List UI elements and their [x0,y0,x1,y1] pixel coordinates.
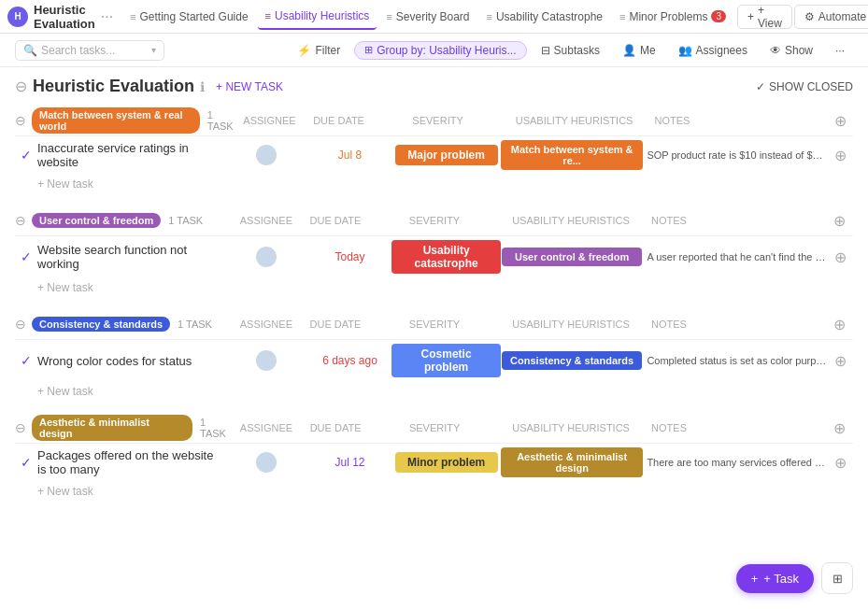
avatar [256,452,277,473]
group-collapse-match[interactable]: ⊖ [15,113,26,128]
task-assignee [224,145,308,165]
task-due-date: Jul 8 [308,149,392,162]
search-box[interactable]: 🔍 Search tasks... ▾ [15,40,164,61]
group-badge-match: Match between system & real world [32,107,200,134]
tab-icon-minor: ≡ [619,11,625,22]
automate-button[interactable]: ⚙ Automate ▾ [794,5,868,29]
add-view-button[interactable]: + + View [737,5,792,29]
group-header-aesthetic: ⊖ Aesthetic & minimalist design 1 TASK A… [15,409,853,443]
bottom-bar: + + Task ⊞ [736,562,853,594]
task-due-date: 6 days ago [308,354,392,367]
page-title: Heuristic Evaluation [33,77,194,96]
group-match-system: ⊖ Match between system & real world 1 TA… [15,102,853,194]
task-assignee [224,452,308,473]
toolbar: 🔍 Search tasks... ▾ ⚡ Filter ⊞ Group by:… [0,34,868,67]
task-name: Packages offered on the website is too m… [37,448,224,476]
group-by-button[interactable]: ⊞ Group by: Usability Heuris... [354,41,526,60]
task-checkbox[interactable]: ✓ [15,249,37,264]
check-icon: ✓ [21,455,32,470]
task-heuristic: User control & freedom [501,248,643,266]
table-row[interactable]: ✓ Wrong color codes for status 6 days ag… [15,339,853,381]
grid-view-button[interactable]: ⊞ [821,562,853,594]
tab-icon-usability: ≡ [265,10,271,21]
task-due-date: Jul 12 [308,456,392,469]
group-badge-aesthetic: Aesthetic & minimalist design [32,415,192,441]
task-name: Inaccurate service ratings in website [37,141,224,169]
table-row[interactable]: ✓ Packages offered on the website is too… [15,443,853,481]
tab-icon-catastrophe: ≡ [487,11,492,22]
task-severity: Usability catastrophe [391,240,501,274]
severity-badge: Major problem [395,145,498,165]
task-checkbox[interactable]: ✓ [15,148,37,163]
new-task-button[interactable]: + NEW TASK [210,78,289,95]
task-checkbox[interactable]: ✓ [15,353,37,368]
show-closed-button[interactable]: ✓ SHOW CLOSED [756,80,853,93]
row-add-icon[interactable]: ⊕ [828,352,853,370]
heuristic-badge: Match between system & re... [501,140,643,170]
more-options-button[interactable]: ··· [827,40,853,61]
task-heuristic: Match between system & re... [501,140,643,170]
new-task-row-match[interactable]: + New task [15,174,853,194]
app-logo: H [7,7,28,27]
tab-severity[interactable]: ≡ Severity Board [378,4,477,30]
group-count-match: 1 TASK [207,109,238,132]
tab-catastrophe[interactable]: ≡ Usability Catastrophe [479,4,610,30]
collapse-all-icon[interactable]: ⊖ [15,78,27,95]
task-heuristic: Consistency & standards [501,351,643,370]
severity-badge: Cosmetic problem [391,344,501,377]
app-menu-dots[interactable]: ··· [101,8,113,25]
add-task-match[interactable]: ⊕ [829,112,853,130]
task-notes: A user reported that he can't find the c… [643,251,828,262]
avatar [256,350,277,371]
new-task-row-user[interactable]: + New task [15,277,853,298]
group-count-aesthetic: 1 TASK [200,417,235,439]
group-collapse-user[interactable]: ⊖ [15,213,26,228]
group-collapse-aesthetic[interactable]: ⊖ [15,420,26,435]
task-checkbox[interactable]: ✓ [15,455,37,470]
group-collapse-consistency[interactable]: ⊖ [15,317,26,332]
assignees-button[interactable]: 👥 Assignees [670,40,756,61]
new-task-row-consistency[interactable]: + New task [15,381,853,402]
subtasks-button[interactable]: ⊟ Subtasks [533,40,608,61]
group-header-user: ⊖ User control & freedom 1 TASK ASSIGNEE… [15,202,853,235]
tab-minor[interactable]: ≡ Minor Problems 3 [612,4,733,30]
table-row[interactable]: ✓ Inaccurate service ratings in website … [15,135,853,174]
tab-usability[interactable]: ≡ Usability Heuristics [258,4,377,30]
group-badge-consistency: Consistency & standards [32,317,170,332]
add-task-user[interactable]: ⊕ [825,212,853,230]
group-header-match: ⊖ Match between system & real world 1 TA… [15,102,853,135]
app-title: Heuristic Evaluation [34,3,95,31]
task-name: Wrong color codes for status [37,354,224,368]
group-aesthetic: ⊖ Aesthetic & minimalist design 1 TASK A… [15,409,853,502]
add-task-consistency[interactable]: ⊕ [825,316,853,333]
minor-badge: 3 [711,10,726,22]
group-header-consistency: ⊖ Consistency & standards 1 TASK ASSIGNE… [15,305,853,339]
check-icon: ✓ [21,353,32,368]
filter-button[interactable]: ⚡ Filter [289,40,349,61]
info-icon[interactable]: ℹ [200,79,205,94]
heuristic-badge: User control & freedom [502,248,642,266]
row-add-icon[interactable]: ⊕ [828,454,853,472]
group-user-control: ⊖ User control & freedom 1 TASK ASSIGNEE… [15,202,853,298]
severity-badge: Minor problem [395,452,498,473]
me-button[interactable]: 👤 Me [614,40,664,61]
add-task-aesthetic[interactable]: ⊕ [825,419,853,437]
search-icon: 🔍 [23,44,37,57]
row-add-icon[interactable]: ⊕ [828,248,853,266]
tab-icon-getting-started: ≡ [130,11,135,22]
task-severity: Minor problem [391,452,501,473]
group-count-consistency: 1 TASK [178,319,212,330]
task-name: Website search function not working [37,243,224,271]
task-severity: Cosmetic problem [391,344,501,377]
add-task-button[interactable]: + + Task [736,564,814,593]
task-heuristic: Aesthetic & minimalist design [501,447,643,477]
new-task-row-aesthetic[interactable]: + New task [15,481,853,502]
heuristic-badge: Consistency & standards [502,351,642,370]
avatar [256,145,277,165]
show-button[interactable]: 👁 Show [761,40,821,61]
tab-getting-started[interactable]: ≡ Getting Started Guide [122,4,256,30]
table-row[interactable]: ✓ Website search function not working To… [15,235,853,277]
avatar [256,247,277,267]
row-add-icon[interactable]: ⊕ [828,147,853,164]
task-assignee [224,350,308,371]
